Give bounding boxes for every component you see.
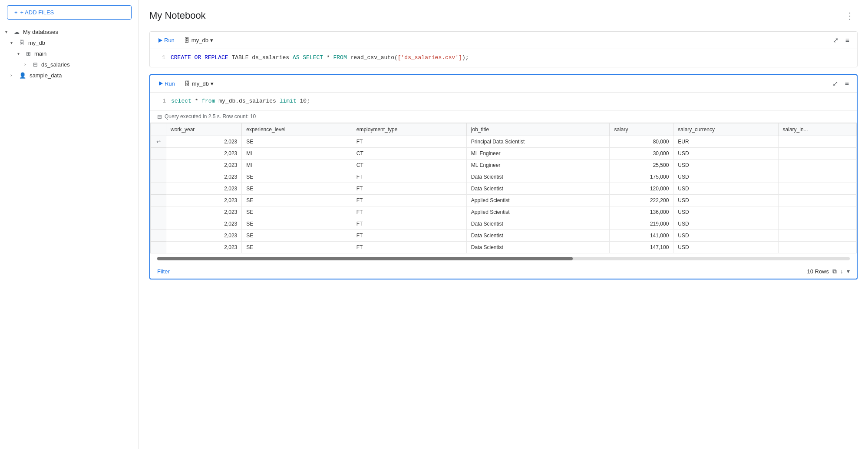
cell-2-toolbar-right: ⤢ ≡ [830,78,851,90]
db-selector-cell-1[interactable]: 🗄 my_db ▾ [182,35,216,45]
cell-work_year: 2,023 [166,183,242,194]
table-footer: Filter 10 Rows ⧉ ↓ ▾ [150,264,857,279]
cell-1: Run 🗄 my_db ▾ ⤢ ≡ 1 CREATE OR REPLACE TA… [149,31,858,67]
download-icon[interactable]: ↓ [840,268,843,275]
table-row: 2,023SEFTData Scientist175,000USD [151,171,857,183]
cell-work_year: 2,023 [166,171,242,183]
cell-work_year: 2,023 [166,206,242,218]
sample-icon: 👤 [19,72,26,79]
sidebar-item-my-databases[interactable]: ▾ ☁ My databases [0,27,139,37]
cell-salary_currency: EUR [673,136,778,147]
line-number-2: 1 [157,97,166,106]
row-icon-header [151,123,166,136]
main-content: My Notebook ⋮ Run 🗄 my_db ▾ ⤢ ≡ 1 CREATE… [139,0,868,449]
db-icon: 🗄 [185,80,190,87]
sidebar-item-label: main [34,50,46,57]
keyword-from: FROM [333,54,347,61]
cell-salary: 141,000 [610,229,673,241]
sidebar-item-ds-salaries[interactable]: › ⊟ ds_salaries [0,59,139,70]
sidebar-item-main[interactable]: ▾ ⊞ main [0,48,139,59]
scrollbar-thumb [157,257,573,260]
sidebar: + + ADD FILES ▾ ☁ My databases ▾ 🗄 my_db… [0,0,139,449]
cell-job_title: Data Scientist [466,218,610,229]
cell-salary: 136,000 [610,206,673,218]
keyword-from-2: from [201,98,215,104]
cell-work_year: 2,023 [166,241,242,253]
row-icon-cell [151,147,166,159]
cell-salary_in [778,147,856,159]
database-icon: 🗄 [19,40,25,46]
run-label: Run [164,37,175,43]
col-header-employment-type: employment_type [352,123,466,136]
cell-2: Run 🗄 my_db ▾ ⤢ ≡ 1 select * from my_db.… [149,74,858,279]
expand-button-cell-1[interactable]: ⤢ [830,34,841,46]
cell-salary: 30,000 [610,147,673,159]
add-files-label: + ADD FILES [20,9,54,16]
cell-employment_type: FT [352,171,466,183]
row-icon-cell [151,206,166,218]
cell-experience_level: SE [242,183,352,194]
menu-button-cell-1[interactable]: ≡ [843,34,852,46]
cell-employment_type: FT [352,241,466,253]
kebab-menu-button[interactable]: ⋮ [842,9,858,23]
code-content-1: CREATE OR REPLACE TABLE ds_salaries AS S… [171,53,850,63]
copy-icon[interactable]: ⧉ [832,268,837,275]
cell-2-code[interactable]: 1 select * from my_db.ds_salaries limit … [150,93,857,110]
cell-employment_type: FT [352,218,466,229]
table-row: 2,023SEFTData Scientist219,000USD [151,218,857,229]
sidebar-item-label: sample_data [30,72,62,79]
horizontal-scrollbar[interactable] [157,257,850,260]
chevron-down-icon-footer[interactable]: ▾ [847,268,850,275]
cell-salary_in [778,194,856,206]
play-icon [158,38,162,43]
chevron-icon: ▾ [17,51,24,56]
cell-salary_in [778,241,856,253]
expand-button-cell-2[interactable]: ⤢ [830,78,841,90]
add-files-button[interactable]: + + ADD FILES [7,5,132,20]
cell-job_title: Applied Scientist [466,206,610,218]
db-selector-cell-2[interactable]: 🗄 my_db ▾ [182,79,216,89]
sidebar-item-sample-data[interactable]: › 👤 sample_data [0,70,139,81]
sidebar-item-label: My databases [23,29,58,35]
fn-name: read_csv_auto( [350,54,398,61]
cell-employment_type: FT [352,136,466,147]
cell-salary: 120,000 [610,183,673,194]
cell-1-code[interactable]: 1 CREATE OR REPLACE TABLE ds_salaries AS… [150,49,857,67]
run-button-cell-2[interactable]: Run [155,79,178,89]
cell-experience_level: SE [242,136,352,147]
row-icon-cell [151,218,166,229]
row-icon-cell: ↩ [151,136,166,147]
cell-experience_level: SE [242,218,352,229]
cell-salary_currency: USD [673,229,778,241]
cell-experience_level: SE [242,241,352,253]
cell-job_title: ML Engineer [466,147,610,159]
col-header-salary-currency: salary_currency [673,123,778,136]
table-status-icon: ⊟ [157,113,162,120]
cell-salary: 175,000 [610,171,673,183]
rows-count-label: 10 Rows [807,268,829,275]
run-button-cell-1[interactable]: Run [155,35,178,45]
menu-button-cell-2[interactable]: ≡ [842,78,851,90]
cell-work_year: 2,023 [166,229,242,241]
code-content-2: select * from my_db.ds_salaries limit 10… [171,97,850,106]
rows-info: 10 Rows ⧉ ↓ ▾ [807,268,850,275]
cell-salary_currency: USD [673,241,778,253]
cell-work_year: 2,023 [166,159,242,171]
cell-salary: 222,200 [610,194,673,206]
keyword-table: TABLE [231,54,252,61]
sidebar-item-label: my_db [28,40,45,46]
table-row: 2,023SEFTApplied Scientist222,200USD [151,194,857,206]
cell-salary_in [778,183,856,194]
cell-salary_in [778,206,856,218]
keyword-limit: limit [280,98,297,104]
cell-1-toolbar: Run 🗄 my_db ▾ ⤢ ≡ [150,32,857,49]
sidebar-item-my-db[interactable]: ▾ 🗄 my_db [0,37,139,48]
filter-button[interactable]: Filter [157,268,170,275]
cell-experience_level: MI [242,147,352,159]
select-star: * [195,98,202,104]
chevron-icon: › [10,73,17,78]
cell-job_title: Data Scientist [466,171,610,183]
cell-salary_currency: USD [673,147,778,159]
cell-salary_in [778,218,856,229]
cell-salary_in [778,171,856,183]
